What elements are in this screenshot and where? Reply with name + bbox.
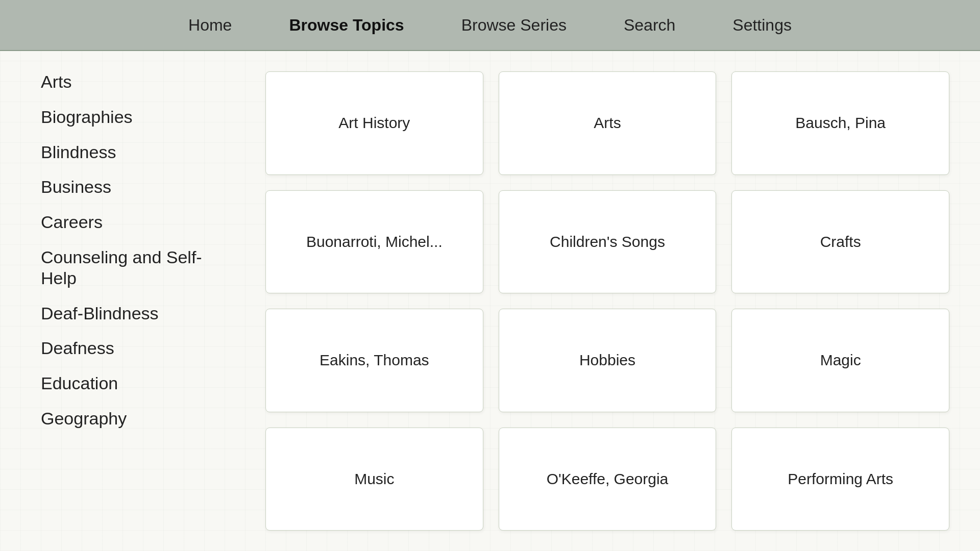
topic-card-label-hobbies: Hobbies <box>571 343 644 377</box>
topic-card-hobbies[interactable]: Hobbies <box>499 309 717 412</box>
topic-card-arts[interactable]: Arts <box>499 71 717 175</box>
topic-card-performing-arts[interactable]: Performing Arts <box>731 428 949 531</box>
topic-card-label-okeeffe-georgia: O'Keeffe, Georgia <box>538 462 677 496</box>
nav-item-browse-series[interactable]: Browse Series <box>453 12 575 39</box>
sidebar-item-careers[interactable]: Careers <box>41 212 214 233</box>
topic-card-label-arts: Arts <box>585 106 629 140</box>
sidebar-item-geography[interactable]: Geography <box>41 408 214 429</box>
sidebar-item-blindness[interactable]: Blindness <box>41 142 214 163</box>
sidebar: ArtsBiographiesBlindnessBusinessCareersC… <box>0 51 235 551</box>
nav-item-home[interactable]: Home <box>180 12 240 39</box>
sidebar-item-deaf-blindness[interactable]: Deaf-Blindness <box>41 303 214 324</box>
topic-card-magic[interactable]: Magic <box>731 309 949 412</box>
navigation: HomeBrowse TopicsBrowse SeriesSearchSett… <box>0 0 980 51</box>
topic-card-bausch-pina[interactable]: Bausch, Pina <box>731 71 949 175</box>
topic-card-label-magic: Magic <box>812 343 869 377</box>
topic-card-label-childrens-songs: Children's Songs <box>542 225 673 259</box>
topic-card-label-buonarroti: Buonarroti, Michel... <box>298 225 451 259</box>
topic-grid: Art HistoryArtsBausch, PinaBuonarroti, M… <box>235 51 980 551</box>
topic-card-label-eakins-thomas: Eakins, Thomas <box>311 343 437 377</box>
topic-card-eakins-thomas[interactable]: Eakins, Thomas <box>265 309 483 412</box>
topic-card-label-music: Music <box>346 462 402 496</box>
sidebar-item-counseling[interactable]: Counseling and Self-Help <box>41 247 214 289</box>
sidebar-item-arts[interactable]: Arts <box>41 71 214 92</box>
sidebar-item-deafness[interactable]: Deafness <box>41 338 214 359</box>
topic-card-buonarroti[interactable]: Buonarroti, Michel... <box>265 190 483 294</box>
topic-card-label-crafts: Crafts <box>812 225 869 259</box>
topic-card-music[interactable]: Music <box>265 428 483 531</box>
topic-card-art-history[interactable]: Art History <box>265 71 483 175</box>
topic-card-childrens-songs[interactable]: Children's Songs <box>499 190 717 294</box>
topic-card-label-bausch-pina: Bausch, Pina <box>787 106 894 140</box>
sidebar-item-biographies[interactable]: Biographies <box>41 107 214 128</box>
main-content: ArtsBiographiesBlindnessBusinessCareersC… <box>0 51 980 551</box>
sidebar-item-education[interactable]: Education <box>41 373 214 394</box>
nav-item-browse-topics[interactable]: Browse Topics <box>281 12 412 39</box>
topic-card-okeeffe-georgia[interactable]: O'Keeffe, Georgia <box>499 428 717 531</box>
topic-card-crafts[interactable]: Crafts <box>731 190 949 294</box>
sidebar-item-business[interactable]: Business <box>41 177 214 197</box>
nav-item-settings[interactable]: Settings <box>724 12 800 39</box>
topic-card-label-art-history: Art History <box>330 106 418 140</box>
nav-item-search[interactable]: Search <box>616 12 683 39</box>
topic-card-label-performing-arts: Performing Arts <box>779 462 901 496</box>
